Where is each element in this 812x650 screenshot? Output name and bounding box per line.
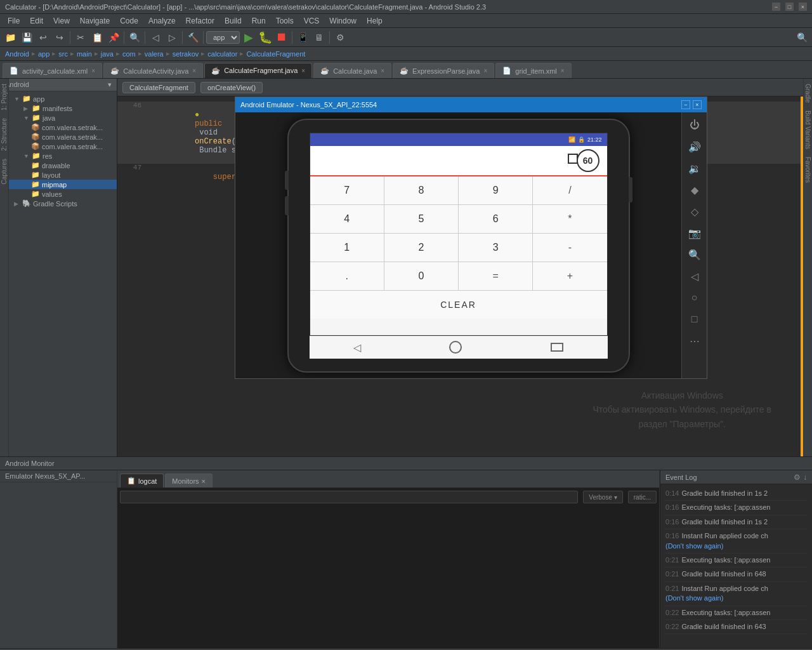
calc-btn-divide[interactable]: / (533, 176, 606, 204)
tree-item-pkg1[interactable]: 📦 com.valera.setrak... (9, 123, 117, 132)
breadcrumb-java[interactable]: java (101, 50, 114, 58)
menu-run[interactable]: Run (247, 15, 271, 27)
emulator-power-btn[interactable]: ⏻ (684, 115, 705, 135)
calc-btn-2[interactable]: 2 (384, 234, 458, 262)
menu-code[interactable]: Code (115, 15, 143, 27)
tree-item-values[interactable]: 📁 values (9, 189, 117, 199)
calc-btn-5[interactable]: 5 (384, 205, 458, 233)
calc-btn-minus[interactable]: - (533, 234, 606, 262)
tree-item-pkg3[interactable]: 📦 com.valera.setrak... (9, 142, 117, 151)
project-tab[interactable]: 1: Project (0, 81, 9, 113)
toolbar-forward-btn[interactable]: ▷ (164, 30, 180, 45)
toolbar-copy-btn[interactable]: 📋 (89, 30, 105, 45)
menu-analyze[interactable]: Analyze (143, 15, 181, 27)
breadcrumb-app[interactable]: app (38, 50, 49, 58)
tree-item-mipmap[interactable]: 📁 mipmap (9, 180, 117, 189)
calc-btn-7[interactable]: 7 (310, 176, 384, 204)
calc-btn-dot[interactable]: . (310, 262, 384, 290)
emulator-home-btn[interactable]: ○ (684, 288, 705, 308)
tab-calculate-activity[interactable]: ☕ CalculateActivity.java × (103, 63, 203, 78)
tree-item-drawable[interactable]: 📁 drawable (9, 161, 117, 170)
tab-calculate-fragment[interactable]: ☕ CalculateFragment.java × (204, 63, 312, 78)
method-selector[interactable]: onCreateView() (200, 82, 263, 93)
volume-up-btn[interactable] (285, 171, 289, 190)
toolbar-device-btn[interactable]: 📱 (295, 30, 310, 45)
emulator-back-btn[interactable]: ◁ (684, 266, 705, 286)
menu-help[interactable]: Help (362, 15, 388, 27)
home-nav-btn[interactable] (449, 341, 462, 354)
menu-file[interactable]: File (3, 15, 25, 27)
toolbar-search-btn[interactable]: 🔍 (127, 30, 142, 45)
calc-btn-multiply[interactable]: * (533, 205, 606, 233)
power-btn[interactable] (629, 177, 632, 202)
calc-btn-9[interactable]: 9 (459, 176, 532, 204)
breadcrumb-calculator[interactable]: calculator (207, 50, 237, 58)
tab-close-icon[interactable]: × (301, 67, 305, 74)
calc-btn-8[interactable]: 8 (384, 176, 458, 204)
tree-item-java[interactable]: ▼ 📁 java (9, 113, 117, 123)
tree-item-manifests[interactable]: ▶ 📁 manifests (9, 103, 117, 113)
toolbar-settings-btn[interactable]: ⚙ (332, 30, 348, 45)
debug-button[interactable]: 🐛 (258, 30, 273, 45)
emulator-tab-label[interactable]: Emulator Nexus_5X_AP... (0, 470, 117, 482)
clear-button[interactable]: CLEAR (310, 291, 607, 319)
emulator-screenshot-btn[interactable]: 📷 (684, 223, 705, 243)
emulator-close-btn[interactable]: × (693, 100, 702, 109)
menu-window[interactable]: Window (324, 15, 362, 27)
tab-activity-calculate[interactable]: 📄 activity_calculate.xml × (3, 63, 102, 78)
toolbar-save-btn[interactable]: 💾 (19, 30, 34, 45)
volume-down-btn[interactable] (285, 196, 289, 215)
toolbar-global-search-btn[interactable]: 🔍 (794, 30, 809, 45)
toolbar-undo-btn[interactable]: ↩ (36, 30, 51, 45)
calc-btn-equals[interactable]: = (459, 262, 532, 290)
back-nav-btn[interactable]: ◁ (353, 342, 361, 354)
breadcrumb-main[interactable]: main (77, 50, 92, 58)
calc-btn-4[interactable]: 4 (310, 205, 384, 233)
tree-item-app[interactable]: ▼ 📁 app (9, 94, 117, 103)
calc-btn-3[interactable]: 3 (459, 234, 532, 262)
class-selector[interactable]: CalculateFragment (122, 82, 195, 93)
captures-tab[interactable]: Captures (0, 156, 9, 187)
emulator-volume-up-btn[interactable]: 🔊 (684, 136, 705, 157)
minimize-button[interactable]: − (772, 3, 780, 11)
toolbar-back-btn[interactable]: ◁ (148, 30, 163, 45)
tree-item-pkg2[interactable]: 📦 com.valera.setrak... (9, 132, 117, 142)
emulator-rotate2-btn[interactable]: ◇ (684, 201, 705, 222)
toolbar-open-btn[interactable]: 📁 (3, 30, 18, 45)
event-log-close-btn[interactable]: ↓ (803, 473, 807, 482)
logcat-ratio-btn[interactable]: ratic... (628, 491, 657, 503)
menu-edit[interactable]: Edit (25, 15, 48, 27)
stop-button[interactable]: ⏹ (274, 30, 289, 45)
tab-calculate[interactable]: ☕ Calculate.java × (313, 63, 391, 78)
tab-close-icon[interactable]: × (561, 67, 565, 74)
tab-close-icon[interactable]: × (381, 67, 384, 74)
calc-btn-0[interactable]: 0 (384, 262, 458, 290)
build-variants-tab[interactable]: Build Variants (803, 108, 812, 152)
run-button[interactable]: ▶ (241, 30, 256, 45)
menu-vcs[interactable]: VCS (299, 15, 325, 27)
emulator-more-btn[interactable]: ⋯ (684, 331, 705, 351)
menu-view[interactable]: View (48, 15, 75, 27)
tab-close-icon[interactable]: × (483, 67, 487, 74)
tree-item-layout[interactable]: 📁 layout (9, 170, 117, 180)
close-button[interactable]: × (799, 3, 807, 11)
app-configuration-dropdown[interactable]: app (206, 31, 240, 44)
tab-close-icon[interactable]: × (192, 67, 196, 74)
breadcrumb-com[interactable]: com (122, 50, 136, 58)
menu-tools[interactable]: Tools (271, 15, 299, 27)
breadcrumb-setrakov[interactable]: setrakov (173, 50, 199, 58)
dont-show-again-link-2[interactable]: (Don't show again) (665, 594, 723, 602)
toolbar-redo-btn[interactable]: ↪ (52, 30, 67, 45)
tab-expression-parse[interactable]: ☕ ExpressionParse.java × (393, 63, 494, 78)
tree-item-res[interactable]: ▼ 📁 res (9, 151, 117, 161)
logcat-filter-btn[interactable]: Verbose ▾ (583, 491, 622, 503)
toolbar-cut-btn[interactable]: ✂ (73, 30, 88, 45)
emulator-volume-down-btn[interactable]: 🔉 (684, 158, 705, 178)
emulator-minimize-btn[interactable]: − (681, 100, 690, 109)
favorites-tab[interactable]: Favorites (803, 154, 812, 185)
calc-btn-1[interactable]: 1 (310, 234, 384, 262)
emulator-overview-btn[interactable]: □ (684, 309, 705, 329)
logcat-search[interactable] (120, 491, 578, 503)
maximize-button[interactable]: □ (785, 3, 794, 11)
breadcrumb-fragment[interactable]: CalculateFragment (246, 50, 305, 58)
